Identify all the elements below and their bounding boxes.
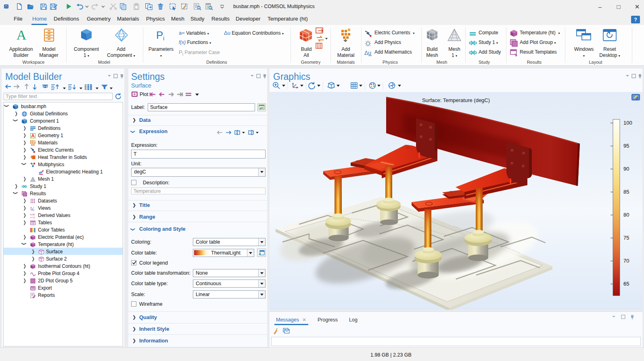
svg-text:100: 100 bbox=[623, 120, 632, 126]
svg-text:i: i bbox=[163, 35, 164, 41]
svg-text:Plot: Plot bbox=[140, 92, 148, 97]
svg-text:90: 90 bbox=[623, 166, 629, 172]
svg-text:e-12: e-12 bbox=[30, 216, 36, 219]
svg-text:70: 70 bbox=[623, 258, 629, 264]
svg-text:8.85: 8.85 bbox=[30, 213, 35, 216]
svg-text:A: A bbox=[17, 28, 27, 42]
svg-text:80: 80 bbox=[623, 212, 629, 218]
svg-text:65: 65 bbox=[623, 281, 629, 287]
svg-text:Δu: Δu bbox=[364, 50, 371, 56]
svg-text:75: 75 bbox=[623, 235, 629, 241]
svg-text:95: 95 bbox=[623, 143, 629, 149]
svg-text:85: 85 bbox=[623, 189, 629, 195]
svg-text:P: P bbox=[156, 29, 163, 41]
